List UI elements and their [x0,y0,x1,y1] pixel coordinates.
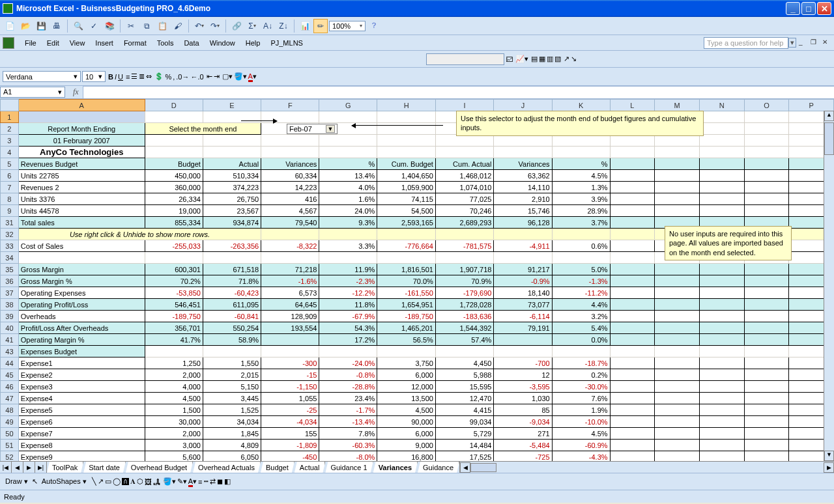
tab-nav-first[interactable]: |◀ [0,462,12,473]
cell[interactable]: 3,750 [377,357,436,369]
row-header-48[interactable]: 48 [1,404,19,416]
currency-button[interactable]: 💲 [154,72,164,81]
cell[interactable]: -1,809 [261,440,319,451]
print-button[interactable]: 🖶 [50,19,64,33]
font-name-combo[interactable]: Verdana▾ [3,71,81,82]
cell[interactable]: 6,050 [203,451,261,462]
cell[interactable]: 34,034 [203,416,261,428]
chart-angle-ccw-button[interactable]: ↗ [564,55,569,63]
bold-button[interactable]: B [108,73,113,81]
cell[interactable]: 3.9% [552,193,610,205]
cell[interactable]: -30.0% [552,381,610,393]
copy-button[interactable]: ⧉ [139,19,154,33]
row-label[interactable]: Units 3376 [18,193,145,205]
sheet-tab-guidance[interactable]: Guidance [418,462,459,473]
line-color-button[interactable]: ✎▾ [177,477,187,486]
col-header-H[interactable]: H [377,100,436,111]
decrease-decimal-button[interactable]: ←.0 [190,73,203,81]
chart-byrow-button[interactable]: ▥ [547,55,553,63]
cell[interactable]: -6,114 [494,311,552,322]
cell[interactable]: -5,484 [494,440,552,451]
cell[interactable]: 23,567 [203,205,261,217]
increase-decimal-button[interactable]: .0→ [176,73,189,81]
fill-color-button[interactable]: 🪣▾ [234,72,247,81]
cell[interactable]: 271 [494,428,552,440]
cell[interactable]: 5,600 [145,451,203,462]
cell[interactable]: 4,567 [261,205,319,217]
drawing-toggle-button[interactable]: ✏ [313,19,328,33]
merge-center-button[interactable]: ⇔ [146,72,152,81]
cell[interactable]: 1,544,392 [435,322,493,334]
cell[interactable]: 64,645 [261,299,319,311]
underline-button[interactable]: U [118,73,123,81]
col-header-L[interactable]: L [610,100,655,111]
fx-icon[interactable]: fx [69,87,83,97]
section-expenses[interactable]: Expenses Budget [18,346,145,357]
row-header-35[interactable]: 35 [1,264,19,275]
cell[interactable]: -1,150 [261,381,319,393]
cell[interactable]: 1.9% [552,404,610,416]
cell[interactable]: -2.3% [319,275,377,287]
menu-pjmlns[interactable]: PJ_MLNS [265,37,308,49]
tab-nav-next[interactable]: ▶ [23,462,35,473]
diagram-button[interactable]: ⬡ [137,477,143,486]
row-label[interactable]: Revenues 2 [18,182,145,193]
row-header-32[interactable]: 32 [1,229,19,240]
sheet-tab-guidance-1[interactable]: Guidance 1 [325,462,373,473]
row-header-3[interactable]: 3 [1,135,19,147]
autosum-button[interactable]: Σ▾ [245,19,259,33]
cell[interactable]: -67.9% [319,311,377,322]
col-header-P[interactable]: P [789,100,834,111]
cell[interactable]: 4,450 [435,357,493,369]
cell[interactable]: -12.2% [319,287,377,299]
formula-input[interactable] [83,86,834,98]
cell[interactable]: -8.0% [319,451,377,462]
select-all-button[interactable] [1,100,19,111]
col-header-K[interactable]: K [552,100,610,111]
print-preview-button[interactable]: 🔍 [71,19,85,33]
row-label[interactable]: Units 44578 [18,205,145,217]
cell[interactable]: 671,518 [203,264,261,275]
cell[interactable]: 1,500 [145,404,203,416]
chart-angle-cw-button[interactable]: ↘ [571,55,577,63]
row-label[interactable]: Expense4 [18,393,145,404]
cell[interactable]: 6,000 [377,428,436,440]
comma-button[interactable]: , [173,73,175,81]
new-button[interactable]: 📄 [3,19,17,33]
cell[interactable]: 1,468,012 [435,170,493,182]
row-label[interactable]: Expense3 [18,381,145,393]
cell[interactable]: 57.4% [435,334,493,346]
row-header-43[interactable]: 43 [1,346,19,357]
cell[interactable]: -725 [494,451,552,462]
row-header-33[interactable]: 33 [1,240,19,252]
cell[interactable]: -8,322 [261,240,319,252]
chart-table-button[interactable]: ▦ [539,55,545,63]
cell[interactable]: 79,540 [261,217,319,229]
sheet-tab-toolpak[interactable]: ToolPak [47,462,83,473]
save-button[interactable]: 💾 [34,19,48,33]
chart-bycol-button[interactable]: ▧ [554,55,561,63]
undo-button[interactable]: ↶▾ [192,19,207,33]
row-label[interactable]: Expense8 [18,440,145,451]
row-header-8[interactable]: 8 [1,193,19,205]
cell[interactable]: 12,000 [377,381,436,393]
col-header-G[interactable]: G [319,100,377,111]
cell[interactable]: -1.3% [552,275,610,287]
col-header-D[interactable]: D [145,100,203,111]
cell[interactable]: -24.0% [319,357,377,369]
row-label[interactable]: Overheads [18,311,145,322]
cell[interactable]: 56.5% [377,334,436,346]
borders-button[interactable]: ▢▾ [222,72,233,81]
cell[interactable]: 54,500 [377,205,436,217]
format-painter-button[interactable]: 🖌 [171,19,185,33]
cell[interactable]: 934,874 [203,217,261,229]
cell[interactable]: 4,500 [145,393,203,404]
arrow-style-button[interactable]: ⇄ [210,477,216,486]
cell[interactable]: -4,911 [494,240,552,252]
cell[interactable]: -18.7% [552,357,610,369]
row-header-41[interactable]: 41 [1,334,19,346]
section-revenues[interactable]: Revenues Budget [18,158,145,170]
row-header-50[interactable]: 50 [1,428,19,440]
cell[interactable]: 2,593,165 [377,217,436,229]
cell[interactable]: 374,223 [203,182,261,193]
